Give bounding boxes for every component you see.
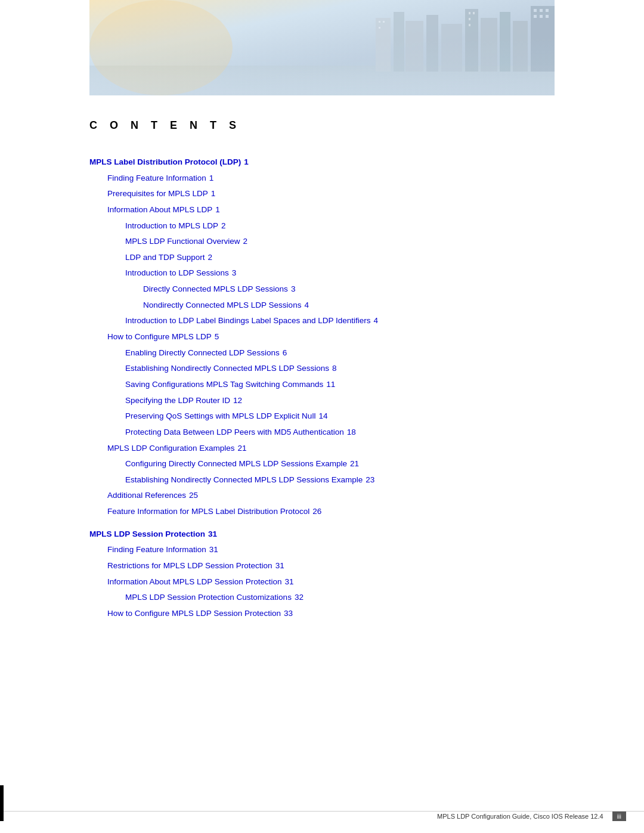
toc-page-number: 21 [350,456,359,472]
svg-rect-5 [405,21,423,72]
toc-item[interactable]: How to Configure MPLS LDP Session Protec… [107,606,555,621]
svg-rect-19 [469,24,470,26]
toc-link[interactable]: Information About MPLS LDP [107,202,212,218]
svg-rect-10 [500,12,510,72]
toc-item[interactable]: Additional References 25 [107,488,555,503]
toc-item[interactable]: Establishing Nondirectly Connected MPLS … [125,472,555,488]
toc-item[interactable]: MPLS LDP Functional Overview 2 [125,234,555,249]
toc-link[interactable]: Establishing Nondirectly Connected MPLS … [125,472,363,488]
toc-item[interactable]: Configuring Directly Connected MPLS LDP … [125,456,555,472]
toc-item[interactable]: Introduction to MPLS LDP 2 [125,218,555,234]
toc-item[interactable]: Specifying the LDP Router ID 12 [125,393,555,408]
toc-link[interactable]: Specifying the LDP Router ID [125,393,230,408]
svg-rect-23 [534,15,537,18]
toc-item[interactable]: Restrictions for MPLS LDP Session Protec… [107,558,555,574]
toc-item[interactable]: Preserving QoS Settings with MPLS LDP Ex… [125,408,555,424]
toc-item[interactable]: Enabling Directly Connected LDP Sessions… [125,345,555,361]
toc-link[interactable]: Introduction to LDP Sessions [125,265,229,281]
toc-item[interactable]: Directly Connected MPLS LDP Sessions 3 [143,281,555,297]
toc-item[interactable]: Information About MPLS LDP Session Prote… [107,574,555,590]
toc-link[interactable]: Nondirectly Connected MPLS LDP Sessions [143,298,301,313]
svg-rect-24 [540,15,543,18]
toc-page-number: 31 [275,558,284,574]
page-container: C O N T E N T S MPLS Label Distribution … [0,0,644,833]
contents-heading: C O N T E N T S [89,119,555,137]
toc-page-number: 26 [312,504,321,519]
toc-page-number: 1 [215,202,220,218]
toc-page-number: 6 [283,345,287,361]
toc-item[interactable]: Establishing Nondirectly Connected MPLS … [125,361,555,376]
toc-link[interactable]: Information About MPLS LDP Session Prote… [107,574,281,590]
svg-rect-25 [546,15,549,18]
toc-link[interactable]: Directly Connected MPLS LDP Sessions [143,281,288,297]
toc-link[interactable]: Preserving QoS Settings with MPLS LDP Ex… [125,408,315,424]
toc-page-number: 33 [284,606,293,621]
footer-page: iii [612,812,626,821]
toc-page-number: 1 [211,186,216,202]
toc-item[interactable]: Information About MPLS LDP 1 [107,202,555,218]
svg-rect-18 [469,18,470,20]
toc-link[interactable]: Establishing Nondirectly Connected MPLS … [125,361,329,376]
toc-item[interactable]: LDP and TDP Support 2 [125,250,555,265]
toc-page-number: 12 [233,393,242,408]
toc-page-number: 1 [209,171,214,186]
svg-rect-17 [473,12,475,14]
toc-item[interactable]: Introduction to LDP Label Bindings Label… [125,313,555,329]
toc-link[interactable]: Protecting Data Between LDP Peers with M… [125,425,344,440]
toc-page-number: 4 [304,298,309,313]
main-content: C O N T E N T S MPLS Label Distribution … [0,95,644,658]
toc-link[interactable]: MPLS LDP Session Protection Customizatio… [125,590,292,605]
svg-rect-1 [89,66,555,95]
toc-link[interactable]: Introduction to MPLS LDP [125,218,218,234]
toc-item[interactable]: Protecting Data Between LDP Peers with M… [125,425,555,440]
toc-link[interactable]: MPLS LDP Functional Overview [125,234,240,249]
footer-left-bar [0,785,4,821]
toc-page-number: 4 [374,313,379,329]
svg-rect-11 [513,21,528,72]
toc-link[interactable]: Saving Configurations MPLS Tag Switching… [125,377,323,392]
toc-item[interactable]: MPLS LDP Session Protection Customizatio… [125,590,555,605]
toc-link[interactable]: Feature Information for MPLS Label Distr… [107,504,309,519]
svg-rect-8 [465,9,478,72]
toc-page-number: 2 [208,250,213,265]
toc-page-number: 3 [232,265,237,281]
toc-link[interactable]: MPLS LDP Session Protection [89,527,205,542]
toc-link[interactable]: MPLS LDP Configuration Examples [107,441,235,456]
toc-item[interactable]: MPLS LDP Session Protection 31 [89,527,555,542]
toc-link[interactable]: Configuring Directly Connected MPLS LDP … [125,456,347,472]
svg-point-2 [89,0,233,95]
toc-link[interactable]: Finding Feature Information [107,171,206,186]
toc-link[interactable]: Additional References [107,488,186,503]
toc-item[interactable]: Introduction to LDP Sessions 3 [125,265,555,281]
svg-rect-4 [394,12,404,72]
toc-item[interactable]: MPLS Label Distribution Protocol (LDP) 1 [89,154,555,170]
toc-link[interactable]: Introduction to LDP Label Bindings Label… [125,313,371,329]
toc-page-number: 25 [189,488,198,503]
toc-item[interactable]: MPLS LDP Configuration Examples 21 [107,441,555,456]
toc-link[interactable]: Enabling Directly Connected LDP Sessions [125,345,280,361]
toc-item[interactable]: Finding Feature Information 1 [107,171,555,186]
svg-rect-20 [534,9,537,12]
toc-page-number: 14 [318,408,327,424]
toc-link[interactable]: Finding Feature Information [107,542,206,558]
hero-svg [89,0,555,95]
svg-rect-22 [546,9,549,12]
toc-link[interactable]: How to Configure MPLS LDP [107,329,212,345]
toc-item[interactable]: How to Configure MPLS LDP 5 [107,329,555,345]
toc-link[interactable]: How to Configure MPLS LDP Session Protec… [107,606,281,621]
toc-item[interactable]: Saving Configurations MPLS Tag Switching… [125,377,555,392]
toc-item[interactable]: Prerequisites for MPLS LDP 1 [107,186,555,202]
svg-rect-13 [379,21,380,23]
toc-item[interactable]: Feature Information for MPLS Label Distr… [107,504,555,519]
toc-link[interactable]: MPLS Label Distribution Protocol (LDP) [89,154,241,170]
toc-link[interactable]: LDP and TDP Support [125,250,205,265]
toc-item[interactable]: Nondirectly Connected MPLS LDP Sessions … [143,298,555,313]
svg-rect-9 [481,18,497,72]
footer-text: MPLS LDP Configuration Guide, Cisco IOS … [437,813,603,820]
toc-page-number: 11 [326,377,335,392]
toc-link[interactable]: Prerequisites for MPLS LDP [107,186,208,202]
toc-item[interactable]: Finding Feature Information 31 [107,542,555,558]
toc-page-number: 3 [291,281,296,297]
hero-image [89,0,555,95]
toc-link[interactable]: Restrictions for MPLS LDP Session Protec… [107,558,273,574]
